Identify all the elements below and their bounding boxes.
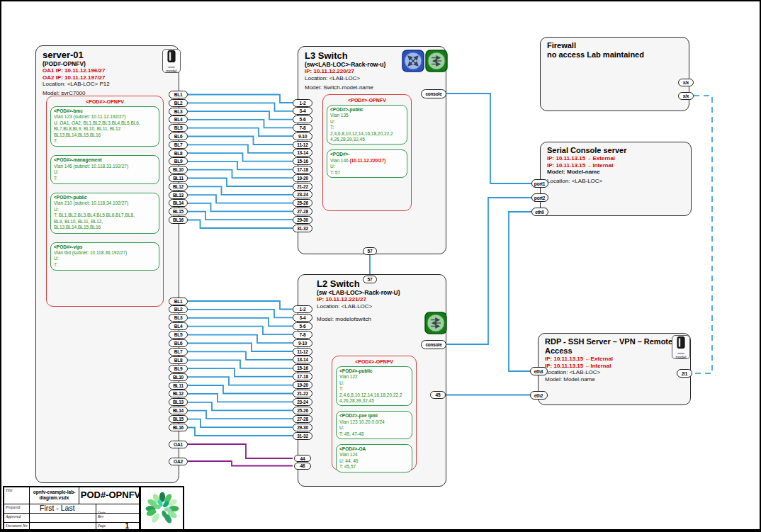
port-bl9[interactable]: BL9: [169, 365, 188, 373]
port-console[interactable]: console: [421, 89, 446, 98]
port-21-22[interactable]: 21-22: [293, 183, 312, 191]
port-57[interactable]: 57: [363, 247, 377, 255]
port-44[interactable]: 44: [294, 455, 311, 462]
port-bl10[interactable]: BL10: [169, 373, 188, 381]
port-5-6[interactable]: 5-6: [293, 322, 312, 330]
port-bl7[interactable]: BL7: [169, 141, 188, 149]
node-rdp-ssh-vpn[interactable]: RDP - SSH Server – VPN – Remote Access I…: [538, 333, 691, 405]
node-serial-console-server[interactable]: Serial Console server IP: 10.11.13.15 ←E…: [540, 142, 692, 216]
port-9-10[interactable]: 9-10: [293, 132, 312, 140]
network-title: <POD#>-public: [54, 195, 156, 200]
port-25-26[interactable]: 25-26: [293, 407, 312, 414]
network-box[interactable]: <POD#>-managementVlan 146 (subnet: 10.11…: [50, 155, 159, 184]
port-bl11[interactable]: BL11: [169, 382, 188, 390]
port-31-32[interactable]: 31-32: [293, 225, 312, 232]
port-17-18[interactable]: 17-18: [293, 166, 312, 174]
port-19-20[interactable]: 19-20: [293, 174, 312, 182]
port-bl6[interactable]: BL6: [169, 339, 188, 347]
port-bl5[interactable]: BL5: [169, 124, 188, 132]
port-13-14[interactable]: 13-14: [293, 149, 312, 157]
port-57[interactable]: 57: [363, 276, 377, 283]
port-bl14[interactable]: BL14: [169, 407, 188, 414]
port-45[interactable]: 45: [430, 391, 446, 399]
port-bl8[interactable]: BL8: [169, 149, 188, 157]
port-7-8[interactable]: 7-8: [293, 124, 312, 132]
port-bl15[interactable]: BL15: [169, 415, 188, 423]
network-box[interactable]: <POD#>-Vlan 146 (10.11.12.220/27)U:T: 57: [327, 149, 407, 178]
port-x-x[interactable]: x/x: [678, 92, 694, 100]
port-bl16[interactable]: BL16: [169, 424, 188, 431]
port-bl13[interactable]: BL13: [169, 191, 188, 199]
network-box[interactable]: <POD#>-pxe ipmiVlan 123 10.20.0.0/24U:T:…: [336, 411, 412, 439]
port-oa2[interactable]: OA2: [169, 458, 188, 465]
port-bl13[interactable]: BL13: [169, 398, 188, 406]
port-15-16[interactable]: 15-16: [293, 364, 312, 372]
port-23-24[interactable]: 23-24: [293, 191, 312, 198]
port-1-2[interactable]: 1-2: [293, 305, 312, 313]
port-bl12[interactable]: BL12: [169, 183, 188, 191]
port-bl4[interactable]: BL4: [169, 322, 188, 330]
network-box[interactable]: <POD#>-publicVlan 122U:T:2,4,6,8,10,12,1…: [336, 366, 412, 406]
port-bl3[interactable]: BL3: [169, 108, 188, 115]
network-box[interactable]: <POD#>-publicVlan 210 (subnet: 10.118.34…: [50, 193, 159, 233]
port-bl15[interactable]: BL15: [169, 208, 188, 215]
network-box[interactable]: <POD#>-vipsVlan tbd (subnet: 10.118.36.1…: [50, 242, 159, 271]
port-5-6[interactable]: 5-6: [293, 115, 312, 123]
port-bl10[interactable]: BL10: [169, 166, 188, 174]
pod-group-box[interactable]: <POD#>-OPNFV <POD#>-publicVlan 122U:T:2,…: [332, 356, 417, 470]
port-27-28[interactable]: 27-28: [293, 415, 312, 423]
port-x-x[interactable]: x/x: [678, 79, 694, 86]
port-bl1[interactable]: BL1: [169, 91, 188, 98]
port-29-30[interactable]: 29-30: [293, 424, 312, 431]
port-13-14[interactable]: 13-14: [293, 356, 312, 363]
port-eth2[interactable]: eth2: [530, 391, 548, 400]
port-bl14[interactable]: BL14: [169, 199, 188, 207]
node-server-01[interactable]: server-01 (POD#-OPNFV) OA1 IP: 10.11.12.…: [35, 45, 179, 483]
port-bl12[interactable]: BL12: [169, 390, 188, 397]
port-bl7[interactable]: BL7: [169, 348, 188, 356]
port-23-24[interactable]: 23-24: [293, 398, 312, 406]
port-9-10[interactable]: 9-10: [293, 339, 312, 347]
port-bl8[interactable]: BL8: [169, 356, 188, 364]
port-bl11[interactable]: BL11: [169, 174, 188, 182]
port-11-12[interactable]: 11-12: [293, 348, 312, 356]
pod-group-box[interactable]: <POD#>-OPNFV <POD#>-bmcVlan 123 (subnet:…: [46, 96, 164, 307]
port-bl2[interactable]: BL2: [169, 99, 188, 107]
port-bl2[interactable]: BL2: [169, 305, 188, 313]
port-bl16[interactable]: BL16: [169, 216, 188, 224]
port-31-32[interactable]: 31-32: [293, 432, 312, 440]
node-l2-switch[interactable]: L2 Switch (sw <LAB-LOC>-Rack-row-U) IP: …: [298, 274, 446, 487]
port-port2[interactable]: port2: [531, 193, 548, 202]
port-console[interactable]: console: [421, 340, 446, 349]
port-27-28[interactable]: 27-28: [293, 208, 312, 215]
port-11-12[interactable]: 11-12: [293, 141, 312, 149]
port-7-8[interactable]: 7-8: [293, 331, 312, 339]
pod-group-box[interactable]: <POD#>-OPNFV <POD#>-publicVlan 135U:T:2,…: [322, 94, 412, 211]
port-17-18[interactable]: 17-18: [293, 373, 312, 380]
port-29-30[interactable]: 29-30: [293, 216, 312, 224]
port-eth3[interactable]: eth3: [530, 367, 548, 375]
port-15-16[interactable]: 15-16: [293, 157, 312, 165]
port-3-4[interactable]: 3-4: [293, 107, 312, 115]
port-21-22[interactable]: 21-22: [293, 390, 312, 397]
port-bl9[interactable]: BL9: [169, 157, 188, 165]
port-bl6[interactable]: BL6: [169, 132, 188, 140]
port-46[interactable]: 46: [294, 463, 311, 470]
port-oa1[interactable]: OA1: [169, 441, 188, 448]
network-box[interactable]: <POD#>-bmcVlan 123 (subnet: 10.11.12.192…: [50, 106, 159, 147]
port-3-4[interactable]: 3-4: [293, 314, 312, 322]
port-2-1[interactable]: 2/1: [677, 369, 692, 378]
port-eth0[interactable]: eth0: [531, 208, 548, 216]
port-1-2[interactable]: 1-2: [293, 99, 312, 107]
port-25-26[interactable]: 25-26: [293, 199, 312, 207]
port-port1[interactable]: port1: [531, 179, 548, 188]
network-box[interactable]: <POD#>-publicVlan 135U:T:2,4,6,8,10,12,1…: [327, 105, 407, 145]
port-bl1[interactable]: BL1: [169, 298, 188, 305]
port-19-20[interactable]: 19-20: [293, 381, 312, 389]
port-bl5[interactable]: BL5: [169, 331, 188, 339]
port-bl3[interactable]: BL3: [169, 314, 188, 322]
network-box[interactable]: <POD#>-OAVlan 124U: 44, 46T: 45,57: [336, 444, 412, 472]
port-bl4[interactable]: BL4: [169, 115, 188, 123]
node-l3-switch[interactable]: L3 Switch (sw<LAB-LOC>-Rack-row-u) IP: 1…: [298, 46, 446, 254]
node-firewall[interactable]: Firewall no access Lab maintained: [540, 37, 689, 111]
